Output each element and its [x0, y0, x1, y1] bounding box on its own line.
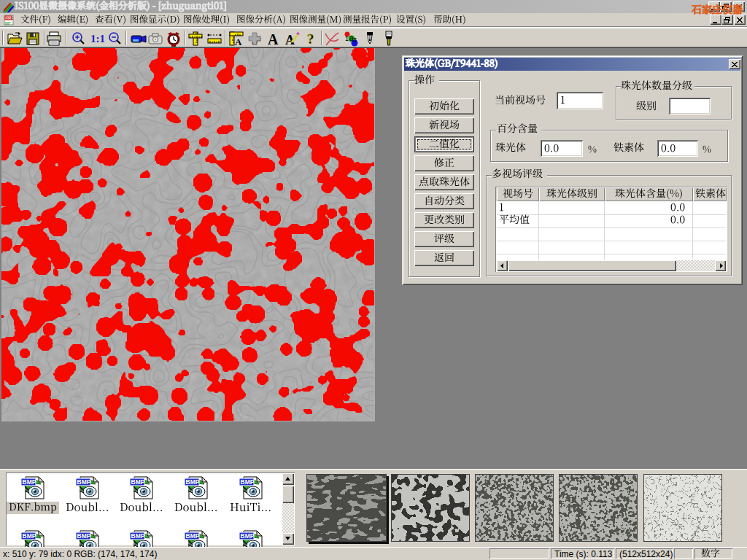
svg-text:?: ? [307, 31, 314, 47]
svg-text:A: A [268, 31, 279, 47]
svg-text:BMP: BMP [241, 532, 255, 540]
svg-text:BMP: BMP [77, 532, 91, 540]
svg-text:BMP: BMP [23, 532, 36, 540]
svg-text:1: 1 [345, 35, 349, 42]
svg-text:BMP: BMP [186, 532, 200, 540]
svg-text:3: 3 [353, 36, 357, 44]
svg-text:A: A [235, 36, 242, 47]
svg-text:BMP: BMP [23, 478, 36, 486]
svg-text:BMP: BMP [186, 478, 200, 486]
svg-text:1:1: 1:1 [90, 33, 105, 44]
svg-text:BMP: BMP [131, 478, 145, 486]
svg-text:DOC: DOC [6, 17, 14, 20]
svg-text:BMP: BMP [131, 532, 145, 540]
svg-text:BMP: BMP [241, 478, 255, 486]
svg-text:BMP: BMP [77, 478, 91, 486]
